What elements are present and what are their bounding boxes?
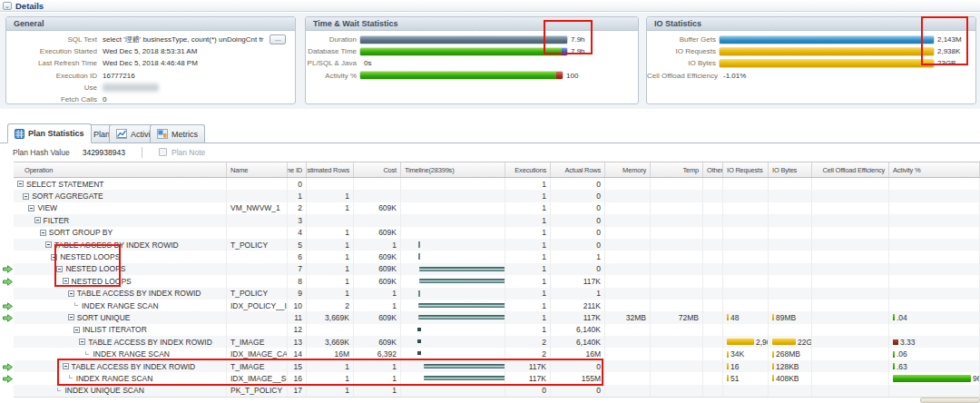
- cell-value: 3.33: [900, 338, 916, 347]
- column-header[interactable]: Executions: [505, 162, 551, 177]
- cell-other: [703, 385, 723, 397]
- operation-label: SELECT STATEMENT: [26, 180, 104, 189]
- plan-row[interactable]: TABLE ACCESS BY INDEX ROWIDT_POLICY51110: [14, 239, 980, 251]
- cell-value: 1: [542, 216, 546, 225]
- io-bar: [727, 375, 729, 381]
- column-header[interactable]: Name: [227, 162, 288, 177]
- cell-value: VM_NWVW_1: [230, 203, 280, 212]
- current-step-arrow-icon: [3, 375, 13, 383]
- stat-bar-segment: [556, 72, 563, 79]
- plan-row[interactable]: NESTED LOOPS71609K10: [14, 263, 980, 275]
- cell-est: 1: [307, 263, 354, 275]
- plan-row[interactable]: NESTED LOOPS61609K11: [14, 251, 980, 262]
- plan-note-checkbox[interactable]: [159, 148, 167, 156]
- cell-value: 1: [345, 203, 349, 212]
- cell-value: 2: [542, 349, 546, 359]
- column-header[interactable]: Cell Offload Efficiency: [812, 162, 889, 177]
- plan-row[interactable]: INLIST ITERATOR1216,140K: [14, 324, 980, 336]
- cell-value: 1: [542, 289, 546, 298]
- column-header[interactable]: Line ID: [288, 162, 307, 177]
- cell-activity: [889, 275, 980, 287]
- collapse-node-icon[interactable]: [28, 205, 34, 211]
- column-header[interactable]: Actual Rows: [551, 162, 605, 177]
- horizontal-scrollbar-thumb[interactable]: [920, 398, 980, 403]
- plan-row[interactable]: VIEWVM_NWVW_121609K10: [14, 202, 980, 214]
- plan-row[interactable]: INDEX UNIQUE SCANPK_T_POLICY171100: [14, 385, 980, 397]
- cell-mem: [605, 336, 651, 348]
- cell-name: [227, 275, 288, 287]
- collapse-node-icon[interactable]: [74, 327, 80, 333]
- cell-tl: [401, 311, 505, 323]
- details-collapse-icon[interactable]: ⌄: [3, 2, 12, 10]
- cell-cost: [354, 178, 401, 190]
- timeline-dot: [417, 351, 421, 355]
- cell-value: 1: [345, 192, 349, 201]
- cell-activity: [889, 385, 980, 397]
- sql-text-expand-button[interactable]: ...: [270, 34, 286, 44]
- cell-cost: 1: [354, 300, 401, 311]
- cell-line: 10: [288, 300, 307, 311]
- cell-name: [227, 214, 288, 226]
- cell-value: 16: [730, 362, 739, 371]
- cell-value: 609K: [378, 228, 397, 237]
- stat-label: Buffer Gets: [647, 35, 720, 44]
- cell-value: 1: [542, 241, 546, 250]
- column-header[interactable]: Memory: [605, 162, 651, 177]
- plan-row[interactable]: FILTER310: [14, 214, 980, 226]
- column-header[interactable]: IO Bytes: [769, 162, 812, 177]
- cell-other: [703, 202, 723, 214]
- column-header[interactable]: Operation: [14, 162, 227, 177]
- cell-value: T_IMAGE: [230, 338, 264, 347]
- cell-cost: 609K: [354, 227, 401, 239]
- collapse-node-icon[interactable]: [34, 217, 41, 223]
- cell-op: VIEW: [14, 202, 227, 214]
- cell-activity: [889, 178, 980, 190]
- cell-act: 0: [551, 227, 605, 239]
- operation-label: SORT UNIQUE: [77, 313, 131, 322]
- column-header[interactable]: Estimated Rows: [307, 162, 354, 177]
- plan-row[interactable]: TABLE ACCESS BY INDEX ROWIDT_IMAGE133,66…: [14, 336, 980, 348]
- cell-activity: .63: [889, 360, 980, 372]
- operation-label: VIEW: [37, 203, 57, 212]
- io-bar: [772, 375, 774, 381]
- tab-plan-statistics[interactable]: Plan Statistics: [7, 123, 92, 143]
- collapse-node-icon[interactable]: [68, 314, 74, 320]
- cell-mem: [605, 385, 651, 397]
- cell-tl: [401, 227, 505, 239]
- plan-row[interactable]: SELECT STATEMENT010: [14, 178, 980, 190]
- cell-celloff: [812, 275, 889, 287]
- cell-act: 0: [551, 190, 605, 202]
- timeline-tick: [418, 253, 420, 260]
- operation-label: FILTER: [44, 216, 70, 225]
- collapse-node-icon[interactable]: [23, 193, 29, 200]
- plan-row[interactable]: TABLE ACCESS BY INDEX ROWIDT_POLICY91111: [14, 288, 980, 300]
- cell-value: 3,669K: [325, 313, 349, 322]
- cell-iobytes: 408KB: [769, 372, 812, 384]
- column-header[interactable]: Activity %: [889, 162, 980, 177]
- column-header[interactable]: IO Requests: [723, 162, 769, 177]
- collapse-node-icon[interactable]: [17, 181, 24, 187]
- cell-activity: [889, 227, 980, 239]
- collapse-node-icon[interactable]: [45, 241, 52, 248]
- column-header[interactable]: Cost: [354, 162, 401, 177]
- cell-temp: [651, 372, 703, 384]
- cell-mem: [605, 239, 651, 251]
- plan-row[interactable]: SORT UNIQUE113,669K609K1117K32MB72MB4889…: [14, 311, 980, 323]
- plan-row[interactable]: SORT GROUP BY41609K10: [14, 227, 980, 239]
- plan-row[interactable]: NESTED LOOPS81609K1117K: [14, 275, 980, 287]
- cell-tl: [401, 214, 505, 226]
- collapse-node-icon[interactable]: [40, 230, 46, 236]
- column-header[interactable]: Timeline(28399s): [401, 162, 505, 177]
- plan-row[interactable]: SORT AGGREGATE1110: [14, 190, 980, 202]
- column-header[interactable]: Temp: [651, 162, 703, 177]
- field-value: 0: [103, 95, 106, 103]
- plan-row[interactable]: INDEX RANGE SCANIDX_POLICY__INSERT_TI102…: [14, 300, 980, 311]
- cell-tl: [401, 324, 505, 336]
- collapse-node-icon[interactable]: [68, 290, 74, 297]
- cell-cost: 609K: [354, 263, 401, 275]
- cell-ioreq: [723, 214, 769, 226]
- collapse-node-icon[interactable]: [79, 339, 85, 345]
- column-header[interactable]: Other: [703, 162, 723, 177]
- tab-metrics[interactable]: Metrics: [150, 124, 205, 143]
- cell-act: 117K: [551, 311, 605, 323]
